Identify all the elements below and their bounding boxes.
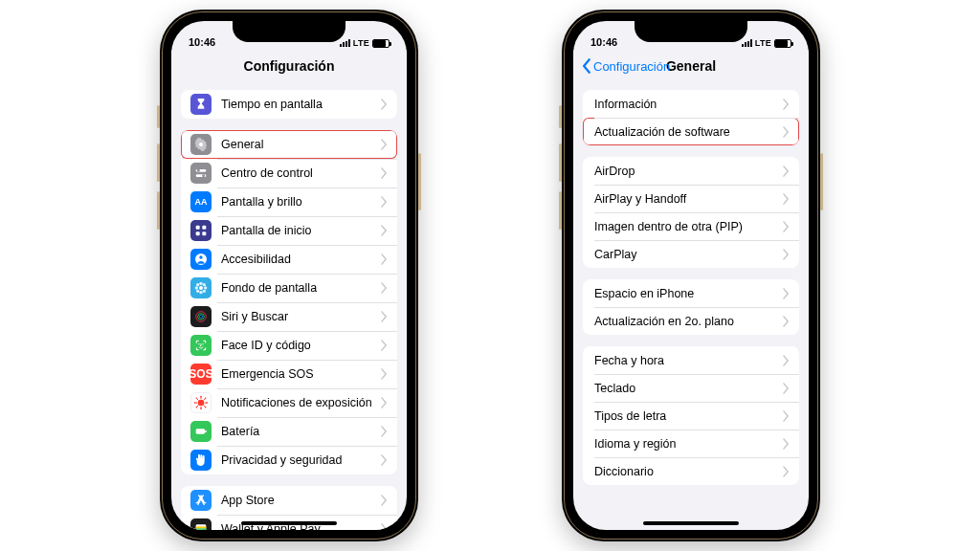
cellular-signal-icon [742,39,752,47]
network-label: LTE [755,38,771,48]
row-label: Espacio en iPhone [594,287,783,300]
chevron-right-icon [381,495,388,506]
notch [233,21,345,42]
status-time: 10:46 [189,36,215,48]
gear-icon [190,134,212,155]
row-home-screen[interactable]: Pantalla de inicio [181,216,397,245]
chevron-right-icon [381,397,388,408]
chevron-right-icon [381,311,388,322]
chevron-right-icon [783,355,790,366]
mute-switch [559,105,562,128]
row-label: AirDrop [594,165,783,178]
chevron-right-icon [381,282,388,294]
home-indicator[interactable] [241,521,337,525]
chevron-right-icon [783,466,790,477]
chevron-right-icon [783,249,790,260]
chevron-right-icon [381,426,388,437]
virus-icon [190,392,212,413]
row-label: Siri y Buscar [221,310,381,323]
back-button[interactable]: Configuración [583,58,670,74]
row-keyboard[interactable]: Teclado [583,374,799,402]
general-list[interactable]: Información Actualización de software Ai… [573,82,809,530]
row-emergency-sos[interactable]: SOS Emergencia SOS [181,360,397,388]
hand-icon [190,450,212,471]
row-carplay[interactable]: CarPlay [583,240,799,268]
appstore-icon [190,490,212,511]
row-label: Idioma y región [594,437,783,451]
row-airdrop[interactable]: AirDrop [583,157,799,185]
chevron-right-icon [381,340,388,351]
row-label: Emergencia SOS [221,367,381,381]
row-label: Actualización en 2o. plano [594,315,783,328]
row-pip[interactable]: Imagen dentro de otra (PIP) [583,212,799,240]
flower-icon [190,277,212,298]
chevron-right-icon [783,165,790,177]
row-label: Accesibilidad [221,253,381,266]
sos-icon: SOS [190,364,212,385]
row-control-center[interactable]: Centro de control [181,159,397,187]
row-screen-time[interactable]: Tiempo en pantalla [181,90,397,119]
row-label: Actualización de software [594,125,783,139]
row-iphone-storage[interactable]: Espacio en iPhone [583,279,799,307]
row-label: Face ID y código [221,339,381,352]
chevron-right-icon [381,454,388,466]
back-label: Configuración [593,59,670,74]
row-label: Notificaciones de exposición [221,396,381,409]
row-language-region[interactable]: Idioma y región [583,430,799,457]
chevron-right-icon [783,383,790,394]
phone-settings-general: 10:46 LTE Configuración General Informac… [562,10,820,541]
power-button [418,153,421,210]
home-indicator[interactable] [643,521,739,525]
nav-header: Configuración General [573,50,809,82]
row-label: Fecha y hora [594,354,783,367]
chevron-right-icon [783,410,790,422]
settings-group: Espacio en iPhone Actualización en 2o. p… [583,279,799,335]
settings-group: Tiempo en pantalla [181,90,397,119]
row-wallpaper[interactable]: Fondo de pantalla [181,274,397,302]
row-label: Tipos de letra [594,409,783,423]
volume-down-button [559,191,562,230]
row-general[interactable]: General [181,130,397,159]
page-title: Configuración [244,58,335,74]
page-title: General [666,58,716,74]
chevron-right-icon [381,523,388,530]
accessibility-icon [190,249,212,270]
chevron-right-icon [783,316,790,327]
row-accessibility[interactable]: Accesibilidad [181,245,397,274]
row-siri-search[interactable]: Siri y Buscar [181,302,397,331]
chevron-right-icon [381,253,388,265]
row-date-time[interactable]: Fecha y hora [583,346,799,374]
chevron-right-icon [381,196,388,208]
row-fonts[interactable]: Tipos de letra [583,402,799,430]
row-app-store[interactable]: App Store [181,486,397,515]
cellular-signal-icon [340,39,350,47]
grid-icon [190,220,212,241]
row-label: App Store [221,494,381,507]
row-label: Diccionario [594,465,783,478]
chevron-right-icon [783,288,790,299]
settings-list[interactable]: Tiempo en pantalla General Centro de con… [171,82,407,530]
chevron-left-icon [583,58,591,74]
row-airplay-handoff[interactable]: AirPlay y Handoff [583,185,799,212]
row-battery[interactable]: Batería [181,417,397,446]
brightness-icon: AA [190,191,212,212]
row-about[interactable]: Información [583,90,799,118]
chevron-right-icon [783,126,790,138]
row-background-refresh[interactable]: Actualización en 2o. plano [583,307,799,335]
row-label: Batería [221,425,381,438]
row-faceid-passcode[interactable]: Face ID y código [181,331,397,360]
chevron-right-icon [381,99,388,110]
row-label: General [221,138,381,151]
row-dictionary[interactable]: Diccionario [583,457,799,485]
chevron-right-icon [783,99,790,110]
row-exposure-notifications[interactable]: Notificaciones de exposición [181,388,397,417]
row-label: AirPlay y Handoff [594,192,783,206]
row-software-update[interactable]: Actualización de software [583,118,799,145]
row-privacy-security[interactable]: Privacidad y seguridad [181,446,397,474]
status-time: 10:46 [590,36,617,48]
row-display-brightness[interactable]: AA Pantalla y brillo [181,187,397,216]
nav-header: Configuración [171,50,407,82]
row-label: Privacidad y seguridad [221,453,381,467]
volume-up-button [157,143,160,182]
settings-group: AirDrop AirPlay y Handoff Imagen dentro … [583,157,799,268]
